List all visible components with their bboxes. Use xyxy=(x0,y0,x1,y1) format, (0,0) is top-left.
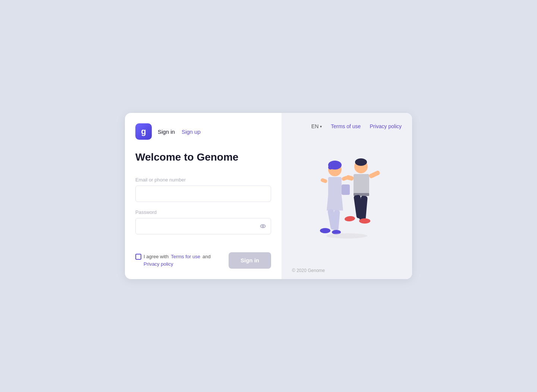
email-label: Email or phone number xyxy=(135,177,271,183)
login-card: g Sign in Sign up Welcome to Genome Emai… xyxy=(125,113,412,279)
signin-button[interactable]: Sign in xyxy=(229,252,271,269)
svg-rect-18 xyxy=(368,170,380,179)
password-input[interactable] xyxy=(135,218,271,234)
illustration-area xyxy=(282,137,412,262)
signup-tab[interactable]: Sign up xyxy=(182,129,201,135)
privacy-policy-link[interactable]: Privacy policy xyxy=(370,123,402,129)
language-selector[interactable]: EN ▾ xyxy=(311,123,322,129)
svg-point-4 xyxy=(328,165,333,170)
agree-checkbox[interactable] xyxy=(135,254,141,260)
lang-label: EN xyxy=(311,123,318,129)
agree-prefix: I agree with xyxy=(144,254,169,259)
password-label: Password xyxy=(135,209,271,215)
logo-letter: g xyxy=(141,127,146,136)
agree-middle: and xyxy=(202,254,211,259)
agree-row: I agree with Terms for use and Privacy p… xyxy=(135,254,211,267)
agree-line1: I agree with Terms for use and xyxy=(135,254,211,260)
nav-tabs: Sign in Sign up xyxy=(158,129,201,135)
svg-rect-16 xyxy=(354,174,369,195)
welcome-title: Welcome to Genome xyxy=(135,151,271,164)
email-group: Email or phone number xyxy=(135,177,271,202)
left-header: g Sign in Sign up xyxy=(125,113,282,147)
left-body: Welcome to Genome Email or phone number … xyxy=(125,147,282,252)
terms-of-use-link[interactable]: Terms of use xyxy=(331,123,361,129)
svg-point-24 xyxy=(326,233,367,238)
privacy-policy-link-footer[interactable]: Privacy policy xyxy=(144,261,173,267)
svg-rect-5 xyxy=(328,177,342,196)
left-panel: g Sign in Sign up Welcome to Genome Emai… xyxy=(125,113,282,279)
svg-point-1 xyxy=(262,225,264,227)
svg-marker-8 xyxy=(327,195,343,211)
right-footer: © 2020 Genome xyxy=(282,262,412,279)
left-footer: I agree with Terms for use and Privacy p… xyxy=(125,252,282,279)
svg-point-11 xyxy=(320,228,330,233)
svg-rect-17 xyxy=(346,175,354,181)
copyright: © 2020 Genome xyxy=(292,268,325,273)
illustration xyxy=(295,143,399,255)
email-input[interactable] xyxy=(135,186,271,202)
toggle-password-icon[interactable] xyxy=(259,222,267,230)
password-wrapper xyxy=(135,218,271,234)
svg-rect-13 xyxy=(342,184,350,195)
svg-point-0 xyxy=(260,225,265,228)
chevron-down-icon: ▾ xyxy=(320,124,322,129)
svg-point-22 xyxy=(344,216,355,222)
terms-for-use-link[interactable]: Terms for use xyxy=(171,254,200,259)
signin-tab[interactable]: Sign in xyxy=(158,129,175,135)
svg-point-15 xyxy=(355,158,367,166)
svg-rect-6 xyxy=(320,178,328,184)
right-panel: EN ▾ Terms of use Privacy policy xyxy=(282,113,412,279)
password-group: Password xyxy=(135,209,271,234)
svg-point-23 xyxy=(359,218,370,224)
right-header: EN ▾ Terms of use Privacy policy xyxy=(282,113,412,137)
logo: g xyxy=(135,123,152,140)
agree-line2: Privacy policy xyxy=(144,260,211,267)
